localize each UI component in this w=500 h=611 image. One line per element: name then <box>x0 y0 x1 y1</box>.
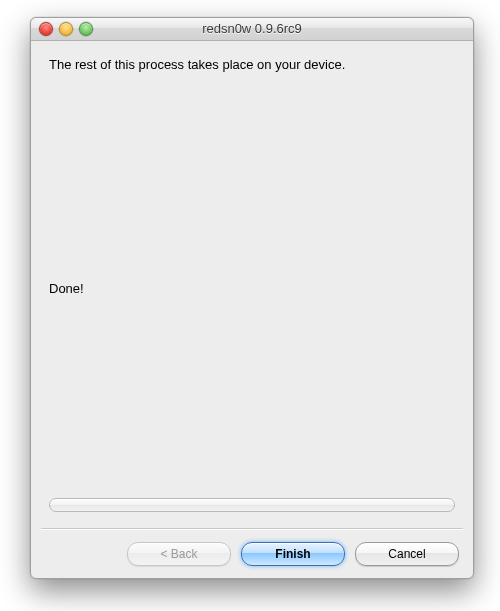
separator <box>41 528 463 530</box>
cancel-button[interactable]: Cancel <box>355 542 459 566</box>
zoom-icon[interactable] <box>79 22 93 36</box>
finish-button[interactable]: Finish <box>241 542 345 566</box>
window-title: redsn0w 0.9.6rc9 <box>202 21 302 36</box>
progress-bar-container <box>49 498 455 512</box>
window-controls <box>39 22 93 36</box>
titlebar: redsn0w 0.9.6rc9 <box>31 18 473 41</box>
app-window: redsn0w 0.9.6rc9 The rest of this proces… <box>30 17 474 579</box>
back-button: < Back <box>127 542 231 566</box>
progress-bar <box>49 498 455 512</box>
button-row: < Back Finish Cancel <box>127 542 459 566</box>
instruction-text: The rest of this process takes place on … <box>49 57 455 72</box>
close-icon[interactable] <box>39 22 53 36</box>
status-text: Done! <box>49 281 84 296</box>
content-area: The rest of this process takes place on … <box>31 41 473 578</box>
minimize-icon[interactable] <box>59 22 73 36</box>
